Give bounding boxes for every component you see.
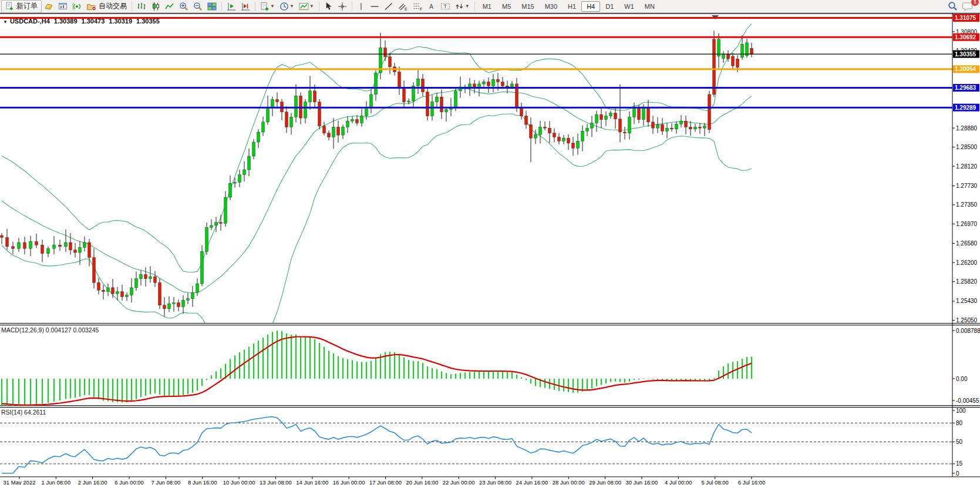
timeframe-button-D1[interactable]: D1 — [600, 1, 619, 12]
candlestick-button[interactable] — [149, 0, 163, 13]
fibonacci-icon: F — [413, 2, 423, 11]
price-badge-1.30692: 1.30692 — [953, 33, 979, 41]
price-tick-label: 1.25820 — [956, 278, 978, 285]
time-tick-label: 6 Jul 16:00 — [738, 479, 765, 485]
chart-end-icon — [241, 2, 250, 11]
svg-text:1.31075: 1.31075 — [955, 15, 976, 21]
autotrading-label: 自动交易 — [99, 1, 127, 11]
price-tick-label: 1.28880 — [956, 125, 978, 132]
vertical-line-button[interactable] — [355, 0, 368, 13]
timeframe-button-M5[interactable]: M5 — [497, 1, 516, 12]
macd-tick-label: -0.00455 — [956, 398, 979, 404]
time-tick-label: 23 Jun 08:00 — [479, 479, 511, 485]
ohlc-high: 1.30473 — [82, 18, 105, 25]
fibonacci-button[interactable]: F — [410, 0, 425, 13]
crosshair-button[interactable] — [335, 0, 349, 13]
chart-forward-button[interactable] — [224, 0, 238, 13]
timeframe-button-H4[interactable]: H4 — [581, 1, 600, 12]
signals-icon — [72, 2, 82, 11]
svg-text:T: T — [443, 4, 447, 9]
templates-icon — [260, 2, 270, 11]
zoom-out-icon — [193, 2, 203, 11]
macd-tick-label: 0.008788 — [956, 328, 980, 334]
svg-text:1.30692: 1.30692 — [955, 34, 976, 41]
horizontal-line-button[interactable] — [368, 0, 382, 13]
period-clock-button[interactable]: ▼ — [277, 0, 297, 13]
time-tick-label: 28 Jun 00:00 — [553, 479, 585, 485]
price-tick-label: 1.28120 — [956, 163, 978, 170]
toolbar-separator — [221, 2, 222, 11]
chart-end-button[interactable] — [238, 0, 252, 13]
equidistant-channel-button[interactable]: E — [396, 0, 410, 13]
time-tick-label: 20 Jun 16:00 — [406, 479, 438, 485]
tile-windows-button[interactable] — [205, 0, 219, 13]
symbol-period-label: USDCAD-,H4 — [10, 18, 50, 25]
timeframe-button-M30[interactable]: M30 — [540, 1, 563, 12]
arrows-icon — [455, 2, 464, 11]
svg-text:F: F — [420, 7, 422, 11]
chat-button[interactable]: 1 — [960, 0, 975, 13]
new-order-label: 新订单 — [16, 1, 38, 11]
time-tick-label: 6 Jun 00:00 — [114, 479, 144, 485]
chart-menu-caret-icon[interactable]: ▼ — [3, 19, 8, 25]
line-chart-button[interactable] — [163, 0, 177, 13]
svg-text:1.30054: 1.30054 — [955, 66, 976, 72]
charts-window-button[interactable] — [56, 0, 70, 13]
price-tick-label: 1.25430 — [956, 298, 978, 304]
price-badge-1.29289: 1.29289 — [953, 104, 979, 112]
signals-button[interactable] — [70, 0, 84, 13]
zoom-out-button[interactable] — [191, 0, 205, 13]
chart-window-top-border — [0, 13, 980, 14]
text-label-button[interactable]: T — [438, 0, 453, 13]
timeframe-button-M15[interactable]: M15 — [516, 1, 539, 12]
price-badge-1.29683: 1.29683 — [953, 84, 979, 92]
time-tick-label: 4 Jul 00:00 — [665, 479, 692, 485]
time-tick-label: 22 Jun 00:00 — [443, 479, 475, 485]
horizontal-line-icon — [370, 2, 379, 11]
search-button[interactable] — [945, 0, 960, 13]
bar-chart-button[interactable] — [134, 0, 149, 13]
autotrading-button[interactable]: 自动交易 — [84, 0, 129, 13]
equidistant-channel-icon: E — [398, 2, 408, 11]
price-tick-label: 1.28500 — [956, 144, 978, 150]
dropdown-caret: ▼ — [309, 4, 314, 9]
svg-text:A: A — [429, 2, 433, 9]
charts-window-icon — [58, 2, 68, 11]
timeframe-button-M1[interactable]: M1 — [477, 1, 497, 12]
templates-button[interactable]: ▼ — [258, 0, 277, 13]
dropdown-caret: ▼ — [270, 4, 275, 9]
chart-forward-icon — [227, 2, 236, 11]
time-tick-label: 13 Jun 08:00 — [260, 479, 292, 485]
cursor-button[interactable] — [322, 0, 335, 13]
chart-canvas[interactable]: 1.308001.304201.288801.285001.281201.277… — [0, 13, 980, 485]
crosshair-icon — [338, 2, 347, 11]
price-tick-label: 1.26970 — [956, 221, 978, 227]
rsi-tick-label: 50 — [956, 439, 963, 445]
time-tick-label: 29 Jun 08:00 — [589, 479, 621, 485]
notification-badge: 1 — [971, 0, 979, 6]
text-button[interactable]: A — [425, 0, 438, 13]
rsi-tick-label: 80 — [956, 420, 963, 426]
zoom-in-button[interactable] — [177, 0, 191, 13]
indicators-button[interactable]: ▼ — [297, 0, 316, 13]
gold-bar-button[interactable] — [42, 0, 56, 13]
rsi-tick-label: 15 — [956, 460, 963, 467]
toolbar-separator — [352, 2, 352, 11]
timeframe-button-W1[interactable]: W1 — [619, 1, 639, 12]
timeframe-button-MN[interactable]: MN — [639, 1, 660, 12]
line-chart-icon — [165, 2, 174, 11]
autotrading-icon — [86, 2, 96, 11]
toolbar-separator — [319, 2, 319, 11]
arrows-button[interactable]: ▼ — [453, 0, 472, 13]
vertical-line-icon — [357, 2, 365, 11]
ohlc-open: 1.30389 — [54, 18, 78, 25]
cursor-icon — [324, 2, 333, 11]
rsi-tick-label: 100 — [956, 407, 966, 414]
new-order-button[interactable]: 新订单 — [1, 0, 42, 13]
tile-windows-icon — [207, 2, 217, 11]
timeframe-button-H1[interactable]: H1 — [563, 1, 581, 12]
trendline-button[interactable] — [382, 0, 396, 13]
text-icon: A — [427, 2, 436, 11]
svg-text:1.29289: 1.29289 — [955, 105, 976, 111]
dropdown-caret: ▼ — [289, 4, 294, 9]
